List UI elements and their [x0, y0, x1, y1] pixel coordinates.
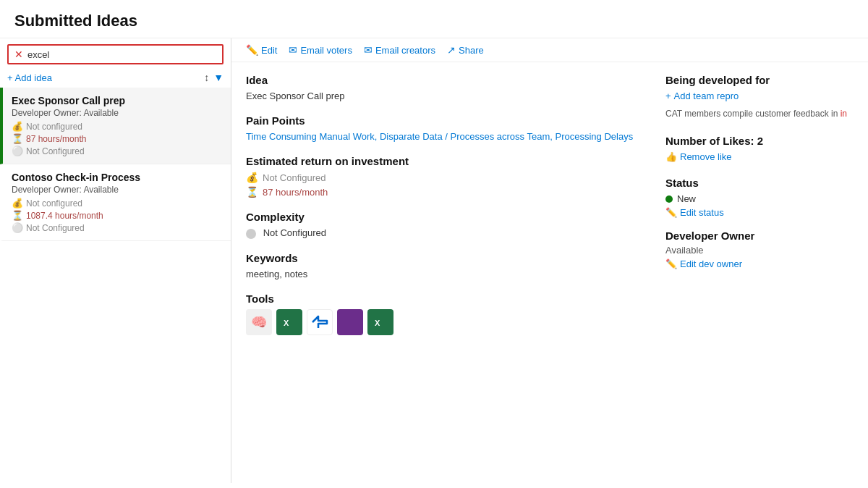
edit-dev-owner-button[interactable]: ✏️ Edit dev owner [665, 258, 854, 269]
tools-section: Tools 🧠 X [246, 293, 637, 335]
tools-label: Tools [246, 293, 637, 305]
dev-owner-label: Developer Owner [665, 230, 854, 242]
email-creators-button[interactable]: ✉ Email creators [364, 44, 435, 56]
status-label: Status [665, 177, 854, 189]
keywords-label: Keywords [246, 252, 637, 264]
share-icon: ↗ [447, 44, 456, 56]
tool-brain-icon: 🧠 [246, 309, 272, 335]
idea-1-title: Exec Sponsor Call prep [12, 95, 222, 106]
svg-text:X: X [284, 319, 289, 327]
email-creators-icon: ✉ [364, 44, 373, 56]
idea-1-hours: ⏳ 87 hours/month [12, 133, 222, 144]
page-title: Submitted Ideas [0, 0, 868, 38]
roi-hours-row: ⏳ 87 hours/month [246, 186, 637, 198]
complexity-section: Complexity Not Configured [246, 211, 637, 239]
detail-left: Idea Exec Sponsor Call prep Pain Points … [246, 74, 637, 471]
tool-extra-icon [337, 309, 363, 335]
edit-status-button[interactable]: ✏️ Edit status [665, 207, 854, 218]
toolbar: ✏️ Edit ✉ Email voters ✉ Email creators … [231, 38, 868, 62]
idea-2-complexity: ⚪ Not Configured [12, 222, 222, 233]
complexity-circle [246, 229, 256, 239]
idea-1-owner: Developer Owner: Available [12, 108, 222, 118]
dev-owner-section: Developer Owner Available ✏️ Edit dev ow… [665, 230, 854, 269]
right-panel: ✏️ Edit ✉ Email voters ✉ Email creators … [231, 38, 868, 483]
cat-note: CAT members compile customer feedback in… [665, 107, 854, 120]
idea-2-hours: ⏳ 1087.4 hours/month [12, 210, 222, 221]
idea-2-roi-notconfig: 💰 Not configured [12, 198, 222, 209]
clear-search-icon[interactable]: ✕ [14, 49, 23, 60]
pain-points-value[interactable]: Time Consuming Manual Work, Disparate Da… [246, 131, 637, 142]
pain-points-label: Pain Points [246, 114, 637, 127]
idea-label: Idea [246, 74, 637, 86]
filter-button[interactable]: ▼ [213, 72, 224, 83]
svg-text:X: X [375, 319, 380, 327]
status-section: Status New ✏️ Edit status [665, 177, 854, 218]
idea-1-roi-notconfig: 💰 Not configured [12, 121, 222, 132]
edit-status-icon: ✏️ [665, 207, 677, 218]
tool-power-automate-icon [307, 309, 333, 335]
idea-2-owner: Developer Owner: Available [12, 185, 222, 195]
pain-points-section: Pain Points Time Consuming Manual Work, … [246, 114, 637, 142]
idea-2-title: Contoso Check-in Process [12, 172, 222, 183]
edit-button[interactable]: ✏️ Edit [246, 44, 277, 56]
circle-icon: ⚪ [12, 146, 23, 156]
idea-item-2[interactable]: Contoso Check-in Process Developer Owner… [0, 164, 231, 241]
search-input[interactable] [27, 49, 216, 60]
plus-icon: + [7, 72, 13, 83]
likes-section: Number of Likes: 2 👍 Remove like [665, 135, 854, 162]
email-voters-button[interactable]: ✉ Email voters [289, 44, 352, 56]
share-button[interactable]: ↗ Share [447, 44, 484, 56]
circle-icon-2: ⚪ [12, 222, 23, 233]
detail-right: Being developed for + Add team repro CAT… [665, 74, 854, 471]
edit-dev-owner-icon: ✏️ [665, 258, 677, 269]
idea-value: Exec Sponsor Call prep [246, 91, 637, 101]
hourglass-icon: ⏳ [12, 133, 23, 144]
money-icon: 💰 [12, 121, 23, 132]
status-value-row: New [665, 193, 854, 204]
likes-label: Number of Likes: 2 [665, 135, 854, 147]
add-team-repro-button[interactable]: + Add team repro [665, 91, 854, 101]
remove-like-button[interactable]: 👍 Remove like [665, 151, 854, 162]
status-dot [665, 195, 673, 203]
hourglass-icon-2: ⏳ [12, 210, 23, 221]
being-developed-label: Being developed for [665, 74, 854, 86]
idea-1-complexity: ⚪ Not Configured [12, 146, 222, 156]
roi-not-configured-row: 💰 Not Configured [246, 172, 637, 183]
search-bar: ✕ [7, 44, 224, 64]
list-controls: + Add idea ↕ ▼ [0, 70, 231, 88]
money-icon-2: 💰 [12, 198, 23, 209]
add-idea-button[interactable]: + Add idea [7, 72, 52, 83]
dev-owner-value: Available [665, 245, 854, 256]
idea-list: Exec Sponsor Call prep Developer Owner: … [0, 88, 231, 483]
idea-item-1[interactable]: Exec Sponsor Call prep Developer Owner: … [0, 88, 231, 164]
tool-excel-icon: X [276, 309, 302, 335]
email-voters-icon: ✉ [289, 44, 297, 56]
roi-hourglass-icon: ⏳ [246, 186, 258, 198]
idea-section: Idea Exec Sponsor Call prep [246, 74, 637, 101]
complexity-value: Not Configured [246, 227, 637, 239]
left-panel: ✕ + Add idea ↕ ▼ Exec Sponsor Call prep … [0, 38, 231, 483]
cat-highlight: in [841, 109, 847, 119]
detail-body: Idea Exec Sponsor Call prep Pain Points … [231, 62, 868, 483]
edit-icon: ✏️ [246, 44, 258, 56]
roi-section: Estimated return on investment 💰 Not Con… [246, 155, 637, 198]
sort-button[interactable]: ↕ [204, 72, 209, 83]
complexity-label: Complexity [246, 211, 637, 223]
tools-row: 🧠 X [246, 309, 637, 335]
thumb-up-icon: 👍 [665, 151, 677, 162]
plus-icon-team: + [665, 91, 671, 101]
roi-money-icon: 💰 [246, 172, 258, 183]
keywords-value: meeting, notes [246, 269, 637, 279]
keywords-section: Keywords meeting, notes [246, 252, 637, 279]
roi-label: Estimated return on investment [246, 155, 637, 167]
being-developed-section: Being developed for + Add team repro CAT… [665, 74, 854, 120]
tool-extra-excel-icon: X [367, 309, 393, 335]
